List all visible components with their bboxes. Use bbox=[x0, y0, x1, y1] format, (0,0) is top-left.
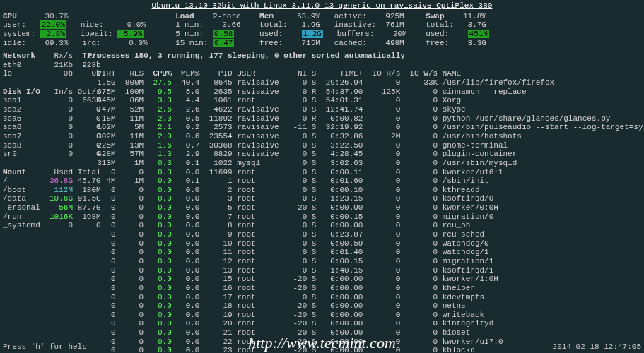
process-table: Processes 180, 3 running, 177 sleeping, … bbox=[88, 52, 644, 353]
page-title: Ubuntu 13.10 32bit with Linux 3.11.0-13-… bbox=[0, 0, 644, 12]
left-stats: Network Rx/s Tx/s eth0 21Kb 928b lo 0b 0… bbox=[3, 52, 88, 230]
summary-panel: CPU 30.7% user: 22.0% nice: 0.0% system:… bbox=[0, 12, 644, 48]
timestamp: 2014-02-18 12:47:05 bbox=[553, 342, 641, 352]
help-hint: Press 'h' for help bbox=[3, 342, 87, 352]
